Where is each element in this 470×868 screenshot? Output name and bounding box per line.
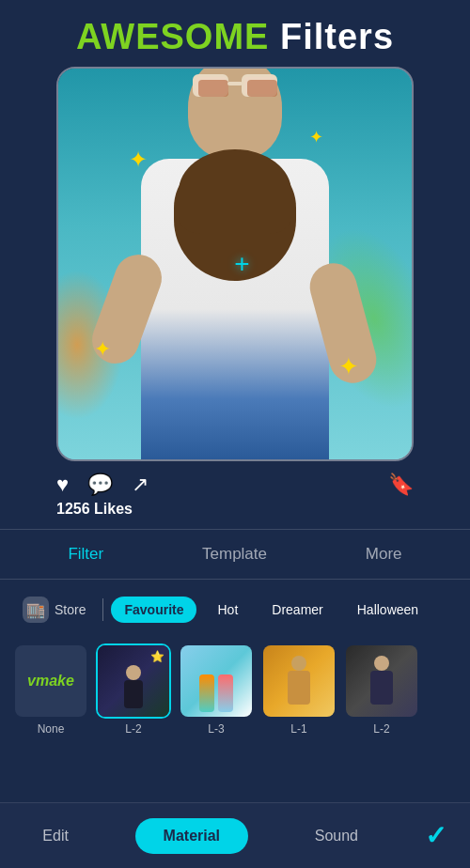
nav-material[interactable]: Material bbox=[135, 818, 248, 854]
vmahe-logo: vmake bbox=[27, 673, 74, 690]
filter-thumb-l2b[interactable]: L-2 bbox=[344, 643, 419, 736]
nav-edit[interactable]: Edit bbox=[24, 820, 87, 852]
filter-thumb-none[interactable]: vmake None bbox=[13, 643, 88, 736]
header-awesome: AWESOME bbox=[76, 17, 269, 56]
filter-thumb-l2a[interactable]: ⭐ L-2 bbox=[96, 643, 171, 736]
sparkle-icon: ✦ bbox=[129, 147, 148, 173]
store-chip[interactable]: 🏬 Store bbox=[13, 591, 95, 628]
filter-thumbnails: vmake None ⭐ L-2 L-3 bbox=[0, 640, 470, 747]
thumb-label-none: None bbox=[38, 722, 65, 736]
thumb-label-l2a: L-2 bbox=[125, 722, 141, 736]
sparkle-icon: ✦ bbox=[338, 352, 359, 381]
bottom-nav: Edit Material Sound ✓ bbox=[0, 802, 470, 868]
sparkle-icon: ✦ bbox=[94, 337, 111, 362]
tab-filter[interactable]: Filter bbox=[58, 543, 113, 566]
tab-template[interactable]: Template bbox=[193, 543, 276, 566]
filter-thumb-l3[interactable]: L-3 bbox=[179, 643, 254, 736]
thumb-label-l2b: L-2 bbox=[373, 722, 389, 736]
header-filters: Filters bbox=[280, 17, 394, 56]
comment-icon[interactable]: 💬 bbox=[87, 473, 113, 497]
nav-sound[interactable]: Sound bbox=[296, 820, 377, 852]
thumb-label-l3: L-3 bbox=[208, 722, 224, 736]
chip-divider bbox=[102, 598, 103, 621]
tab-more[interactable]: More bbox=[356, 543, 412, 566]
share-icon[interactable]: ↗ bbox=[132, 473, 149, 497]
nav-check-icon[interactable]: ✓ bbox=[425, 820, 446, 851]
sparkle-icon: ✦ bbox=[309, 127, 323, 147]
likes-count: 1256 Likes bbox=[0, 501, 470, 529]
preview-container: ✦ ✦ ✦ ✦ + bbox=[56, 67, 414, 461]
store-icon: 🏬 bbox=[23, 597, 49, 623]
bookmark-icon[interactable]: 🔖 bbox=[388, 473, 414, 497]
dreamer-chip[interactable]: Dreamer bbox=[258, 597, 336, 623]
hot-chip[interactable]: Hot bbox=[204, 597, 251, 623]
filter-thumb-l1[interactable]: L-1 bbox=[261, 643, 337, 736]
thumb-label-l1: L-1 bbox=[290, 722, 306, 736]
tab-bar: Filter Template More bbox=[0, 529, 470, 580]
halloween-chip[interactable]: Halloween bbox=[344, 597, 431, 623]
favourite-chip[interactable]: Favourite bbox=[111, 597, 196, 623]
header: AWESOME Filters bbox=[0, 0, 470, 67]
social-bar: ♥ 💬 ↗ 🔖 bbox=[0, 461, 470, 501]
plus-icon: + bbox=[234, 249, 249, 279]
filter-chips: 🏬 Store Favourite Hot Dreamer Halloween bbox=[0, 580, 470, 640]
heart-icon[interactable]: ♥ bbox=[56, 473, 69, 497]
